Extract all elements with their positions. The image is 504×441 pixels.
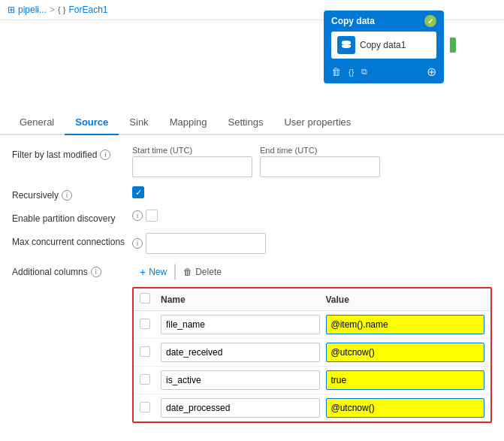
pipeline-icon: ⊞ [8, 5, 15, 15]
start-time-group: Start time (UTC) [132, 146, 252, 177]
filter-info-icon[interactable]: i [100, 150, 110, 160]
table-row [134, 339, 490, 367]
row1-checkbox[interactable] [140, 319, 150, 329]
col-name-header: Name [161, 295, 320, 305]
code-icon[interactable]: {} [349, 68, 354, 77]
partition-label: Enable partition discovery [12, 210, 132, 224]
row4-value-input[interactable] [326, 398, 485, 418]
header-checkbox[interactable] [140, 293, 150, 304]
recursively-label: Recursively i [12, 186, 132, 201]
partition-checkbox[interactable] [146, 210, 158, 222]
max-connections-label: Max concurrent connections [12, 233, 132, 247]
breadcrumb-separator: > [50, 5, 55, 15]
table-row [134, 367, 490, 394]
columns-table: Name Value [132, 287, 492, 423]
check-circle-icon: ✓ [424, 15, 436, 27]
tab-sink[interactable]: Sink [119, 110, 158, 135]
tab-general[interactable]: General [9, 110, 65, 135]
col-value-header: Value [326, 295, 485, 305]
end-time-group: End time (UTC) [260, 146, 380, 177]
start-time-input[interactable] [132, 156, 252, 177]
card-body[interactable]: Copy data1 [331, 32, 436, 59]
table-row [134, 394, 490, 421]
filter-row: Filter by last modified i Start time (UT… [12, 146, 492, 177]
card-header: Copy data ✓ [331, 15, 436, 27]
trash-icon: 🗑 [183, 267, 192, 277]
max-connections-input[interactable] [146, 233, 266, 254]
filter-label: Filter by last modified i [12, 146, 132, 160]
end-time-input[interactable] [260, 156, 380, 177]
additional-columns-info-icon[interactable]: i [91, 267, 101, 277]
tab-settings[interactable]: Settings [218, 110, 274, 135]
row3-value-input[interactable] [326, 370, 485, 390]
additional-columns-row: Additional columns i + New 🗑 Delete [12, 263, 492, 423]
card-actions: 🗑 {} ⧉ ⊕ [331, 63, 436, 80]
copy-icon[interactable]: ⧉ [361, 67, 367, 77]
header-check [140, 293, 155, 306]
tabs-bar: General Source Sink Mapping Settings Use… [0, 110, 504, 135]
filter-fields: Start time (UTC) End time (UTC) [132, 146, 492, 177]
table-row [134, 311, 490, 339]
recursively-row: Recursively i [12, 186, 492, 201]
additional-columns-label: Additional columns i [12, 263, 132, 277]
recursively-info-icon[interactable]: i [62, 190, 72, 201]
foreach-label[interactable]: ForEach1 [68, 5, 107, 15]
row1-name-input[interactable] [161, 315, 320, 334]
new-button[interactable]: + New [132, 263, 174, 281]
max-connections-row: Max concurrent connections i [12, 233, 492, 254]
delete-button[interactable]: 🗑 Delete [175, 264, 229, 280]
side-indicator [450, 38, 456, 53]
plus-icon: + [140, 266, 146, 278]
row2-value-input[interactable] [326, 343, 485, 362]
card-title: Copy data [331, 16, 375, 26]
db-icon [337, 36, 355, 54]
row2-name-input[interactable] [161, 343, 320, 362]
foreach-icon: { } [58, 5, 65, 14]
tab-source[interactable]: Source [65, 110, 119, 135]
columns-buttons: + New 🗑 Delete [132, 263, 492, 281]
card-item-label: Copy data1 [360, 40, 406, 50]
max-connections-info-icon[interactable]: i [132, 238, 143, 249]
partition-info-icon[interactable]: i [132, 210, 143, 221]
arrow-right-icon[interactable]: ⊕ [427, 65, 436, 79]
tab-user-properties[interactable]: User properties [273, 110, 361, 135]
table-header: Name Value [134, 288, 490, 311]
row3-checkbox[interactable] [140, 374, 150, 385]
row4-name-input[interactable] [161, 398, 320, 418]
row3-name-input[interactable] [161, 370, 320, 390]
recursively-checkbox[interactable] [132, 186, 144, 198]
additional-columns-content: + New 🗑 Delete Name Value [132, 263, 492, 423]
copy-data-card: Copy data ✓ Copy data1 🗑 {} ⧉ ⊕ [324, 11, 444, 83]
main-content: Filter by last modified i Start time (UT… [0, 135, 504, 437]
row1-value-input[interactable] [326, 315, 485, 334]
end-time-label: End time (UTC) [260, 146, 380, 155]
row4-checkbox[interactable] [140, 402, 150, 412]
pipeline-label[interactable]: pipeli... [18, 5, 47, 15]
start-time-label: Start time (UTC) [132, 146, 252, 155]
tab-mapping[interactable]: Mapping [159, 110, 218, 135]
row2-checkbox[interactable] [140, 346, 150, 357]
delete-icon[interactable]: 🗑 [331, 66, 341, 77]
partition-row: Enable partition discovery i [12, 210, 492, 224]
